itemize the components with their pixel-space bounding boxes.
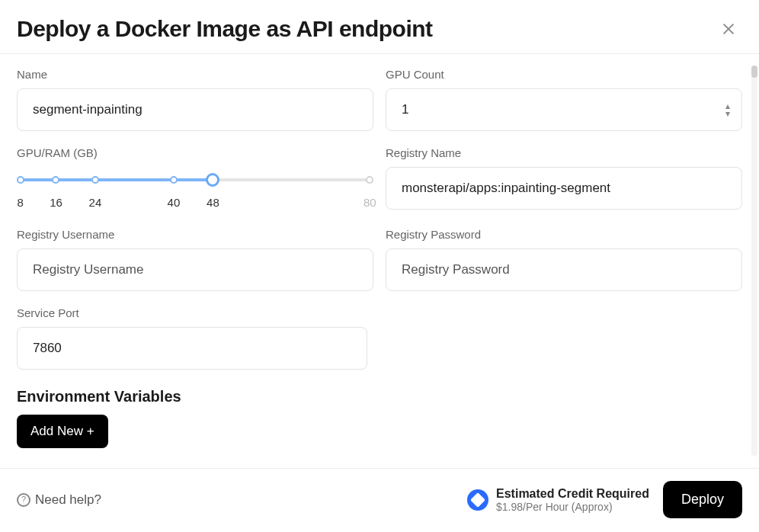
registry-password-label: Registry Password bbox=[386, 228, 742, 241]
tick-16: 16 bbox=[50, 196, 62, 209]
scrollbar-thumb[interactable] bbox=[751, 66, 757, 78]
tick-8: 8 bbox=[18, 196, 24, 209]
estimate-title: Estimated Credit Required bbox=[496, 487, 649, 501]
slider-thumb[interactable] bbox=[206, 173, 219, 187]
dialog-title: Deploy a Docker Image as API endpoint bbox=[17, 16, 433, 42]
gpu-count-select-wrap: ▴▾ bbox=[386, 88, 742, 131]
need-help-link[interactable]: ? Need help? bbox=[17, 492, 101, 508]
need-help-label: Need help? bbox=[35, 492, 101, 508]
registry-name-label: Registry Name bbox=[386, 146, 742, 159]
env-section-title: Environment Variables bbox=[17, 388, 742, 405]
scrollbar-track bbox=[751, 66, 757, 456]
gpu-ram-label: GPU/RAM (GB) bbox=[17, 146, 373, 159]
gpu-ram-field-group: GPU/RAM (GB) 8 16 24 40 48 bbox=[17, 146, 373, 213]
gpu-ram-slider[interactable]: 8 16 24 40 48 80 bbox=[17, 167, 373, 213]
service-port-label: Service Port bbox=[17, 306, 373, 319]
name-field-group: Name bbox=[17, 68, 373, 131]
tick-40: 40 bbox=[168, 196, 181, 209]
close-button[interactable] bbox=[715, 15, 742, 43]
close-icon bbox=[720, 21, 737, 37]
deploy-dialog: Deploy a Docker Image as API endpoint Na… bbox=[0, 0, 759, 532]
help-icon: ? bbox=[17, 493, 30, 507]
env-section: Environment Variables Add New + bbox=[17, 385, 742, 448]
registry-name-input[interactable] bbox=[386, 167, 742, 210]
dialog-footer: ? Need help? Estimated Credit Required $… bbox=[0, 468, 759, 532]
registry-name-field-group: Registry Name bbox=[386, 146, 742, 213]
dialog-header: Deploy a Docker Image as API endpoint bbox=[0, 0, 759, 54]
credit-icon bbox=[467, 489, 488, 511]
gpu-count-label: GPU Count bbox=[386, 68, 742, 81]
registry-username-input[interactable] bbox=[17, 248, 373, 291]
deploy-button[interactable]: Deploy bbox=[663, 481, 742, 518]
add-env-button[interactable]: Add New + bbox=[17, 415, 108, 448]
service-port-input[interactable] bbox=[17, 327, 367, 370]
estimate-block: Estimated Credit Required $1.98/Per Hour… bbox=[467, 487, 649, 513]
tick-24: 24 bbox=[89, 196, 102, 209]
dialog-body: Name GPU Count ▴▾ GPU/RAM (GB) bbox=[0, 54, 759, 468]
slider-tick-labels: 8 16 24 40 48 80 bbox=[17, 196, 373, 211]
service-port-field-group: Service Port bbox=[17, 306, 373, 370]
name-label: Name bbox=[17, 68, 373, 81]
registry-password-field-group: Registry Password bbox=[386, 228, 742, 291]
name-input[interactable] bbox=[17, 88, 373, 131]
gpu-count-select[interactable] bbox=[386, 88, 742, 131]
registry-username-label: Registry Username bbox=[17, 228, 373, 241]
tick-80: 80 bbox=[363, 196, 376, 209]
estimate-sub: $1.98/Per Hour (Approx) bbox=[496, 501, 649, 513]
registry-password-input[interactable] bbox=[386, 248, 742, 291]
registry-username-field-group: Registry Username bbox=[17, 228, 373, 291]
tick-48: 48 bbox=[207, 196, 219, 209]
dialog-body-scroll[interactable]: Name GPU Count ▴▾ GPU/RAM (GB) bbox=[0, 54, 759, 468]
gpu-count-field-group: GPU Count ▴▾ bbox=[386, 68, 742, 131]
